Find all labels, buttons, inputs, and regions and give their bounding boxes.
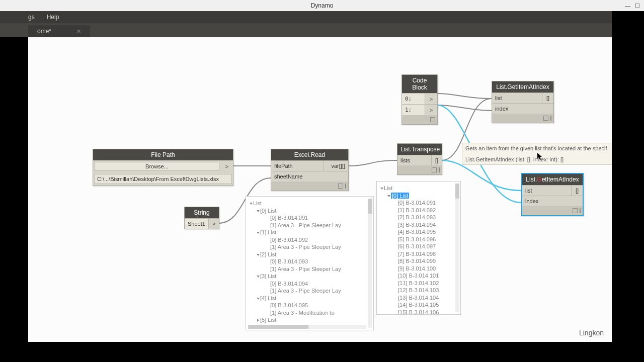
vertical-scrollbar[interactable]: [455, 184, 459, 312]
node-footer: [402, 115, 437, 124]
maximize-button[interactable]: ☐: [635, 3, 641, 9]
input-index[interactable]: index: [492, 104, 553, 114]
node-title: File Path: [93, 149, 233, 160]
watermark-text: Lingkon: [579, 329, 604, 337]
string-value[interactable]: Sheet1: [185, 219, 209, 229]
input-sheetname[interactable]: sheetName: [271, 171, 348, 182]
tab-bar: ome* ✕: [0, 23, 644, 37]
output-port[interactable]: >: [221, 161, 233, 171]
code-line-1[interactable]: 1;: [402, 105, 425, 115]
input-list[interactable]: list: [492, 93, 542, 103]
output-port[interactable]: []: [432, 155, 442, 165]
input-index[interactable]: index: [522, 196, 583, 206]
node-footer: [271, 182, 348, 191]
node-list-transpose[interactable]: List.Transpose lists []: [397, 143, 442, 175]
node-excel-read[interactable]: Excel.Read filePath var[][] sheetName: [271, 149, 349, 191]
close-icon[interactable]: ✕: [76, 28, 81, 35]
browse-button[interactable]: Browse...: [95, 162, 219, 171]
node-title: List.Transpose: [397, 144, 442, 155]
node-footer: [397, 165, 442, 174]
menu-item-gs[interactable]: gs: [28, 14, 35, 21]
output-port[interactable]: >: [425, 105, 437, 115]
preview-list-transpose[interactable]: List [0] List [0] B-3.014.091[1] B-3.014…: [376, 181, 461, 315]
node-get-item-at-index-2[interactable]: List.GetItemAtIndex list [] index: [521, 173, 584, 216]
node-title: List.GetItemAtIndex: [522, 174, 583, 185]
output-port[interactable]: []: [542, 93, 553, 103]
node-title: String: [185, 207, 219, 218]
node-file-path[interactable]: File Path Browse... > C:\...\Bismillah\D…: [93, 149, 233, 186]
node-get-item-at-index-1[interactable]: List.GetItemAtIndex list [] index: [492, 81, 554, 123]
node-title: List.GetItemAtIndex: [492, 81, 553, 93]
minimize-button[interactable]: —: [625, 3, 631, 9]
input-list[interactable]: list: [522, 186, 572, 196]
output-var[interactable]: var[][]: [324, 161, 348, 171]
file-path-value: C:\...\Bismillah\Desktop\From Excel\DwgL…: [95, 174, 231, 184]
vertical-scrollbar[interactable]: [368, 199, 372, 328]
node-footer: [492, 114, 553, 123]
node-title: Code Block: [402, 75, 437, 93]
input-lists[interactable]: lists: [397, 155, 432, 165]
node-footer: [522, 206, 583, 215]
horizontal-scrollbar[interactable]: [248, 325, 366, 329]
right-border: [612, 11, 644, 362]
code-line-0[interactable]: 0;: [402, 94, 425, 104]
node-title: Excel.Read: [271, 149, 348, 160]
graph-canvas[interactable]: File Path Browse... > C:\...\Bismillah\D…: [28, 37, 612, 342]
title-bar: Dynamo — ☐: [0, 0, 644, 11]
menu-item-help[interactable]: Help: [47, 14, 59, 21]
node-string[interactable]: String Sheet1 >: [184, 207, 219, 229]
preview-excel-read[interactable]: List [0] List[0] B-3.014.091[1] Area 3 -…: [246, 196, 374, 330]
bottom-border: [0, 342, 644, 362]
mouse-cursor-icon: [537, 153, 543, 161]
window-title: Dynamo: [311, 2, 334, 9]
input-filepath[interactable]: filePath: [271, 161, 324, 171]
output-port[interactable]: >: [425, 94, 437, 104]
output-port[interactable]: >: [209, 219, 219, 229]
node-code-block[interactable]: Code Block 0; > 1; >: [401, 74, 438, 125]
output-port[interactable]: []: [572, 186, 583, 196]
menu-bar: gs Help: [0, 11, 644, 23]
tab-label: ome*: [37, 28, 51, 35]
workspace-tab[interactable]: ome* ✕: [28, 25, 90, 37]
